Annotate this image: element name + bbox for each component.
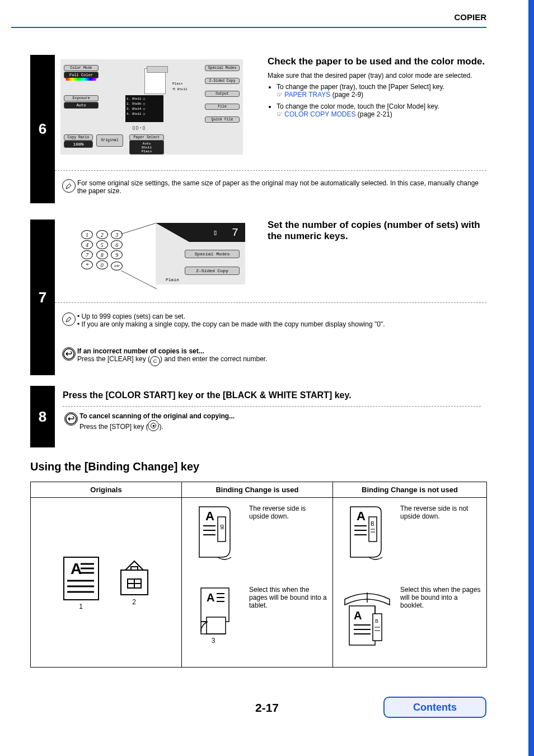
keypad-star: * <box>81 260 93 269</box>
clear-key-icon: C <box>150 356 160 366</box>
original-button: Original <box>96 134 123 147</box>
svg-line-0 <box>121 223 157 234</box>
notused-text-2: Select this when the pages will be bound… <box>398 582 483 609</box>
used-diagram-2: A 3 <box>185 582 247 650</box>
step-number-8: 8 <box>30 386 55 447</box>
section-header: COPIER <box>454 12 486 22</box>
step8-note-title: To cancel scanning of the original and c… <box>79 412 235 420</box>
color-bar <box>66 78 96 81</box>
used-text-2: Select this when the pages will be bound… <box>247 582 329 609</box>
step8-note-body: Press the [STOP] key (). <box>79 423 163 431</box>
header-rule <box>11 27 486 28</box>
keypad-8: 8 <box>96 250 108 259</box>
step6-bullet-2: To change the color mode, touch the [Col… <box>277 102 485 119</box>
touch-panel-illustration: Color Mode Full Color Exposure Auto Copy… <box>60 59 243 155</box>
exposure-button: Exposure <box>64 95 99 101</box>
keypad-0: 0 <box>96 260 108 269</box>
svg-rect-15 <box>131 567 138 570</box>
binding-table: Originals Binding Change is used Binding… <box>30 482 487 668</box>
svg-rect-22 <box>201 588 229 622</box>
preview-size-label: ⟲ 8½x11 <box>172 87 188 91</box>
pencil-note-icon <box>62 312 76 326</box>
quick-file-button: Quick File <box>205 116 240 123</box>
keypad-2: 2 <box>96 230 108 239</box>
keypad-1: 1 <box>81 230 93 239</box>
pointer-icon: ☞ <box>277 91 283 99</box>
svg-text:A: A <box>207 591 214 604</box>
original-page-2: 2 <box>118 559 151 606</box>
copy-ratio-button: Copy Ratio <box>64 134 93 141</box>
paper-select-value: Auto 8½x11 Plain <box>129 140 164 155</box>
svg-text:B: B <box>220 524 224 530</box>
original-page-1: A 1 <box>62 555 101 610</box>
used-diagram-1: A B <box>185 501 247 563</box>
undo-note-icon <box>62 347 76 361</box>
keypad-5: 5 <box>96 240 108 249</box>
step7-note2-body: Press the [CLEAR] key (C) and then enter… <box>77 355 268 363</box>
step6-note: For some original size settings, the sam… <box>77 179 486 195</box>
svg-text:A: A <box>71 560 82 577</box>
step6-title: Check the paper to be used and the color… <box>268 56 485 67</box>
notused-diagram-2: A B <box>336 582 398 655</box>
keypad-7: 7 <box>81 250 93 259</box>
pencil-note-icon <box>62 179 76 193</box>
output-button: Output <box>205 91 240 97</box>
col-header-used: Binding Change is used <box>182 482 333 498</box>
notused-text-1: The reverse side is not upside down. <box>398 501 483 520</box>
svg-text:B: B <box>375 618 378 624</box>
exposure-value: Auto <box>64 102 99 109</box>
svg-text:A: A <box>354 609 362 622</box>
keypad-illustration: 1 2 3 4 5 6 7 8 <box>60 223 245 290</box>
contents-button[interactable]: Contents <box>383 697 486 718</box>
preview-feeder <box>147 66 168 73</box>
step-number-7: 7 <box>30 220 55 375</box>
color-copy-modes-link[interactable]: COLOR COPY MODES <box>284 110 355 118</box>
orientation-icons: ▯▯·▯ <box>132 124 146 131</box>
step8-title: Press the [COLOR START] key or the [BLAC… <box>63 390 481 400</box>
keypad-4: 4 <box>81 240 93 249</box>
svg-rect-27 <box>207 617 226 634</box>
svg-line-1 <box>121 270 157 289</box>
step-number-6: 6 <box>30 55 55 203</box>
svg-text:A: A <box>205 509 214 523</box>
tray-list: 1. 8½x11 ▢ 2. 5½x8½ ▢ 3. 8½x14 ▢ 4. 8½x1… <box>125 95 163 122</box>
svg-text:3: 3 <box>212 637 216 645</box>
step7-note2-title: If an incorrect number of copies is set.… <box>77 347 204 355</box>
plain-label-2: Plain <box>166 277 179 282</box>
pointer-icon: ☞ <box>277 110 283 118</box>
step7-note-1: • Up to 999 copies (sets) can be set. • … <box>77 312 486 328</box>
special-modes-button-2: Special Modes <box>185 250 240 258</box>
copy-ratio-value: 100% <box>64 141 93 148</box>
two-sided-copy-button-2: 2-Sided Copy <box>185 267 240 275</box>
col-header-not-used: Binding Change is not used <box>333 482 487 498</box>
copies-display: ▯7 <box>189 223 245 242</box>
paper-trays-link[interactable]: PAPER TRAYS <box>284 91 330 99</box>
file-button: File <box>205 104 240 110</box>
step6-subtitle: Make sure that the desired paper (tray) … <box>268 72 485 80</box>
binding-heading: Using the [Binding Change] key <box>30 460 199 473</box>
side-accent-bar <box>528 0 534 756</box>
plain-label: Plain <box>172 82 182 86</box>
used-text-1: The reverse side is upside down. <box>247 501 329 520</box>
color-mode-button: Color Mode <box>64 65 99 71</box>
step6-bullet-1: To change the paper (tray), touch the [P… <box>277 83 485 99</box>
two-sided-copy-button: 2-Sided Copy <box>205 78 240 84</box>
notused-diagram-1: A B <box>336 501 398 563</box>
undo-note-icon <box>64 412 78 426</box>
guide-lines <box>121 223 160 289</box>
stop-key-icon <box>148 420 159 431</box>
svg-text:B: B <box>371 521 374 527</box>
step7-title: Set the number of copies (number of sets… <box>268 220 486 242</box>
svg-text:A: A <box>357 509 366 523</box>
special-modes-button: Special Modes <box>205 65 240 71</box>
col-header-originals: Originals <box>31 482 182 498</box>
